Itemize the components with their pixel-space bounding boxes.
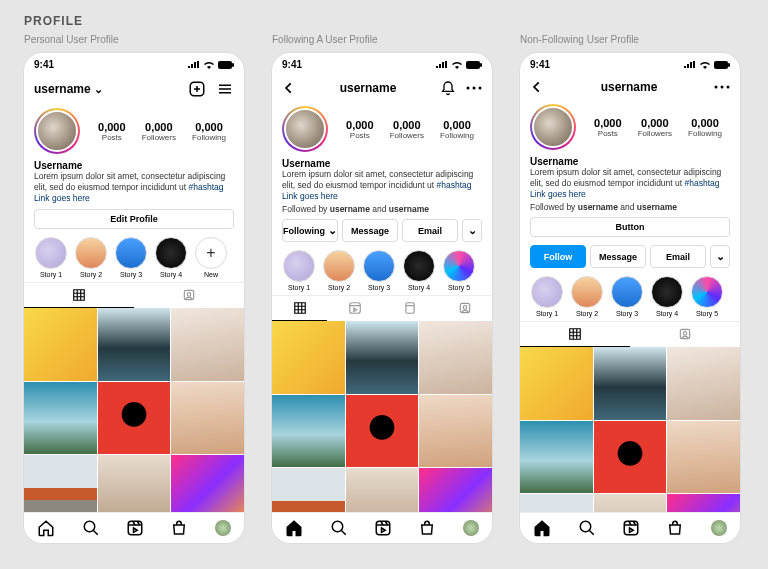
username-dropdown[interactable]: username ⌄: [34, 82, 103, 96]
stat-followers[interactable]: 0,000Followers: [142, 121, 176, 142]
post-thumb[interactable]: [171, 382, 244, 455]
post-thumb[interactable]: [272, 468, 345, 512]
story-3[interactable]: Story 3: [114, 237, 148, 278]
tab-guides[interactable]: [382, 296, 437, 321]
hashtag-link[interactable]: #hashtag: [189, 182, 224, 192]
tab-reels[interactable]: [327, 296, 382, 321]
post-thumb[interactable]: [346, 395, 419, 468]
suggestions-button[interactable]: ⌄: [462, 219, 482, 242]
post-thumb[interactable]: [346, 468, 419, 512]
reels-icon[interactable]: [622, 519, 640, 537]
story-3[interactable]: Story 3: [610, 276, 644, 317]
post-thumb[interactable]: [520, 421, 593, 494]
post-thumb[interactable]: [667, 347, 740, 420]
search-icon[interactable]: [330, 519, 348, 537]
post-thumb[interactable]: [171, 455, 244, 512]
create-icon[interactable]: [188, 80, 206, 98]
post-thumb[interactable]: [667, 494, 740, 512]
post-thumb[interactable]: [24, 382, 97, 455]
stat-posts[interactable]: 0,000Posts: [346, 119, 374, 140]
post-thumb[interactable]: [24, 308, 97, 381]
hashtag-link[interactable]: #hashtag: [437, 180, 472, 190]
message-button[interactable]: Message: [590, 245, 646, 268]
shop-icon[interactable]: [666, 519, 684, 537]
story-1[interactable]: Story 1: [282, 250, 316, 291]
post-thumb[interactable]: [594, 494, 667, 512]
post-thumb[interactable]: [594, 421, 667, 494]
post-thumb[interactable]: [419, 395, 492, 468]
generic-button[interactable]: Button: [530, 217, 730, 237]
post-thumb[interactable]: [520, 347, 593, 420]
post-thumb[interactable]: [346, 321, 419, 394]
post-thumb[interactable]: [520, 494, 593, 512]
reels-icon[interactable]: [126, 519, 144, 537]
edit-profile-button[interactable]: Edit Profile: [34, 209, 234, 229]
stat-following[interactable]: 0,000Following: [440, 119, 474, 140]
followed-by[interactable]: Followed by username and username: [272, 203, 492, 215]
follow-button[interactable]: Follow: [530, 245, 586, 268]
message-button[interactable]: Message: [342, 219, 398, 242]
hashtag-link[interactable]: #hashtag: [685, 178, 720, 188]
bio-link[interactable]: Link goes here: [282, 191, 482, 201]
stat-followers[interactable]: 0,000Followers: [638, 117, 672, 138]
home-icon[interactable]: [285, 519, 303, 537]
story-2[interactable]: Story 2: [570, 276, 604, 317]
post-thumb[interactable]: [594, 347, 667, 420]
home-icon[interactable]: [533, 519, 551, 537]
story-3[interactable]: Story 3: [362, 250, 396, 291]
post-thumb[interactable]: [171, 308, 244, 381]
tab-grid[interactable]: [24, 283, 134, 308]
tab-tagged[interactable]: [134, 283, 244, 308]
home-icon[interactable]: [37, 519, 55, 537]
stat-following[interactable]: 0,000Following: [192, 121, 226, 142]
more-icon[interactable]: [714, 85, 730, 89]
stat-posts[interactable]: 0,000Posts: [594, 117, 622, 138]
post-thumb[interactable]: [419, 321, 492, 394]
avatar-ring[interactable]: [282, 106, 328, 152]
post-thumb[interactable]: [98, 382, 171, 455]
back-icon[interactable]: [530, 80, 544, 94]
post-thumb[interactable]: [419, 468, 492, 512]
post-thumb[interactable]: [98, 455, 171, 512]
stat-posts[interactable]: 0,000Posts: [98, 121, 126, 142]
story-5[interactable]: Story 5: [442, 250, 476, 291]
story-2[interactable]: Story 2: [74, 237, 108, 278]
stat-followers[interactable]: 0,000Followers: [390, 119, 424, 140]
story-2[interactable]: Story 2: [322, 250, 356, 291]
email-button[interactable]: Email: [650, 245, 706, 268]
nav-profile-avatar[interactable]: [463, 520, 479, 536]
nav-profile-avatar[interactable]: [711, 520, 727, 536]
bio-link[interactable]: Link goes here: [530, 189, 730, 199]
tab-tagged[interactable]: [630, 322, 740, 347]
back-icon[interactable]: [282, 81, 296, 95]
tab-grid[interactable]: [272, 296, 327, 321]
post-thumb[interactable]: [272, 395, 345, 468]
stat-following[interactable]: 0,000Following: [688, 117, 722, 138]
post-thumb[interactable]: [24, 455, 97, 512]
story-1[interactable]: Story 1: [34, 237, 68, 278]
followed-by[interactable]: Followed by username and username: [520, 201, 740, 213]
following-button[interactable]: Following⌄: [282, 219, 338, 242]
story-1[interactable]: Story 1: [530, 276, 564, 317]
nav-profile-avatar[interactable]: [215, 520, 231, 536]
post-thumb[interactable]: [98, 308, 171, 381]
search-icon[interactable]: [578, 519, 596, 537]
post-thumb[interactable]: [667, 421, 740, 494]
post-thumb[interactable]: [272, 321, 345, 394]
tab-tagged[interactable]: [437, 296, 492, 321]
story-5[interactable]: Story 5: [690, 276, 724, 317]
more-icon[interactable]: [466, 86, 482, 90]
avatar-ring[interactable]: [530, 104, 576, 150]
story-new[interactable]: +New: [194, 237, 228, 278]
shop-icon[interactable]: [418, 519, 436, 537]
search-icon[interactable]: [82, 519, 100, 537]
story-4[interactable]: Story 4: [154, 237, 188, 278]
reels-icon[interactable]: [374, 519, 392, 537]
bell-icon[interactable]: [440, 80, 456, 96]
story-4[interactable]: Story 4: [650, 276, 684, 317]
shop-icon[interactable]: [170, 519, 188, 537]
email-button[interactable]: Email: [402, 219, 458, 242]
tab-grid[interactable]: [520, 322, 630, 347]
story-4[interactable]: Story 4: [402, 250, 436, 291]
bio-link[interactable]: Link goes here: [34, 193, 234, 203]
